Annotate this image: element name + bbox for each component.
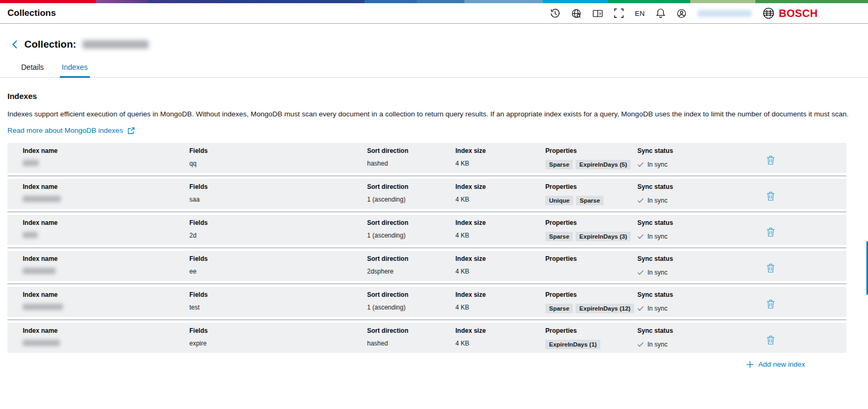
column-label-sort-direction: Sort direction (367, 219, 455, 226)
row-separator (7, 209, 846, 215)
check-icon (637, 270, 644, 275)
row-separator (7, 173, 846, 179)
delete-index-button[interactable] (766, 155, 775, 165)
user-account-icon[interactable] (677, 8, 687, 19)
column-label-properties: Properties (545, 255, 637, 262)
column-label-fields: Fields (189, 183, 367, 190)
check-icon (637, 198, 644, 203)
delete-index-button[interactable] (766, 263, 775, 273)
bosch-brand: BOSCH (763, 7, 818, 20)
column-label-sort-direction: Sort direction (367, 255, 455, 262)
column-label-sync-status: Sync status (637, 327, 766, 334)
column-label-properties: Properties (545, 147, 637, 154)
header-actions: ? EN (550, 7, 818, 20)
trash-icon (766, 335, 775, 345)
property-badge: Sparse (545, 160, 573, 169)
property-badge: Sparse (576, 196, 604, 205)
column-label-index-size: Index size (455, 291, 545, 298)
language-globe-icon[interactable] (571, 8, 581, 19)
sort-direction-value: 2dsphere (367, 268, 455, 275)
properties-badges: SparseExpireInDays (3) (545, 232, 637, 241)
help-guide-icon[interactable]: ? (592, 8, 603, 19)
user-name-redacted[interactable] (698, 10, 752, 17)
column-label-sync-status: Sync status (637, 255, 766, 262)
column-label-index-name: Index name (23, 255, 189, 262)
column-label-properties: Properties (545, 291, 637, 298)
column-label-fields: Fields (189, 147, 367, 154)
add-new-index-button[interactable]: Add new index (746, 360, 805, 368)
index-name-redacted (23, 304, 63, 310)
app-title: Collections (7, 8, 56, 19)
properties-badges: ExpireInDays (1) (545, 340, 637, 349)
index-name-redacted (23, 160, 39, 166)
sync-status-value: In sync (647, 197, 668, 204)
column-label-sort-direction: Sort direction (367, 291, 455, 298)
table-row: Index name Fields test Sort direction 1 … (7, 287, 846, 317)
column-label-sync-status: Sync status (637, 147, 766, 154)
external-link-icon (127, 127, 135, 134)
column-label-properties: Properties (545, 327, 637, 334)
bosch-wordmark: BOSCH (779, 7, 818, 20)
column-label-properties: Properties (545, 219, 637, 226)
tab-bar: Details Indexes (19, 63, 868, 78)
tab-details[interactable]: Details (19, 63, 46, 78)
history-icon[interactable] (550, 8, 560, 19)
delete-index-button[interactable] (766, 335, 775, 345)
fullscreen-icon[interactable] (614, 8, 624, 18)
sort-direction-value: hashed (367, 160, 455, 167)
properties-badges: SparseExpireInDays (12) (545, 304, 637, 313)
fields-value: saa (189, 196, 367, 203)
language-selector[interactable]: EN (635, 10, 645, 17)
fields-value: expire (189, 340, 367, 347)
trash-icon (766, 299, 775, 309)
sync-status-value: In sync (647, 233, 668, 240)
sort-direction-value: 1 (ascending) (367, 304, 455, 311)
sort-direction-value: 1 (ascending) (367, 196, 455, 203)
column-label-index-size: Index size (455, 147, 545, 154)
column-label-fields: Fields (189, 327, 367, 334)
column-label-index-name: Index name (23, 219, 189, 226)
index-size-value: 4 KB (455, 268, 545, 275)
section-title: Indexes (7, 92, 868, 101)
column-label-properties: Properties (545, 183, 637, 190)
column-label-fields: Fields (189, 219, 367, 226)
delete-index-button[interactable] (766, 227, 775, 237)
trash-icon (766, 191, 775, 201)
read-more-link[interactable]: Read more about MongoDB indexes (7, 126, 135, 134)
sync-status-value: In sync (647, 341, 668, 348)
table-row: Index name Fields saa Sort direction 1 (… (7, 179, 846, 209)
column-label-sync-status: Sync status (637, 219, 766, 226)
index-size-value: 4 KB (455, 304, 545, 311)
indexes-description: Indexes support efficient execution of q… (7, 108, 860, 120)
plus-icon (746, 361, 754, 368)
index-name-redacted (23, 232, 38, 238)
index-size-value: 4 KB (455, 160, 545, 167)
row-separator (7, 317, 846, 323)
bosch-logo (763, 7, 774, 19)
collection-name-redacted (83, 40, 149, 49)
sort-direction-value: 1 (ascending) (367, 232, 455, 239)
add-new-index-label: Add new index (758, 360, 805, 368)
fields-value: qq (189, 160, 367, 167)
column-label-index-size: Index size (455, 219, 545, 226)
trash-icon (766, 227, 775, 237)
delete-index-button[interactable] (766, 299, 775, 309)
sync-status-value: In sync (647, 305, 668, 312)
column-label-sort-direction: Sort direction (367, 327, 455, 334)
fields-value: 2d (189, 232, 367, 239)
column-label-sync-status: Sync status (637, 291, 766, 298)
trash-icon (766, 155, 775, 165)
collection-header: Collection: (12, 39, 868, 50)
property-badge: Sparse (545, 232, 573, 241)
column-label-fields: Fields (189, 255, 367, 262)
check-icon (637, 162, 644, 167)
notifications-bell-icon[interactable] (656, 8, 665, 19)
property-badge: ExpireInDays (1) (545, 340, 600, 349)
property-badge: Unique (545, 196, 573, 205)
delete-index-button[interactable] (766, 191, 775, 201)
table-row: Index name Fields qq Sort direction hash… (7, 143, 846, 173)
column-label-index-name: Index name (23, 183, 189, 190)
index-name-redacted (23, 196, 61, 202)
tab-indexes[interactable]: Indexes (60, 63, 90, 78)
back-button[interactable] (12, 40, 18, 49)
